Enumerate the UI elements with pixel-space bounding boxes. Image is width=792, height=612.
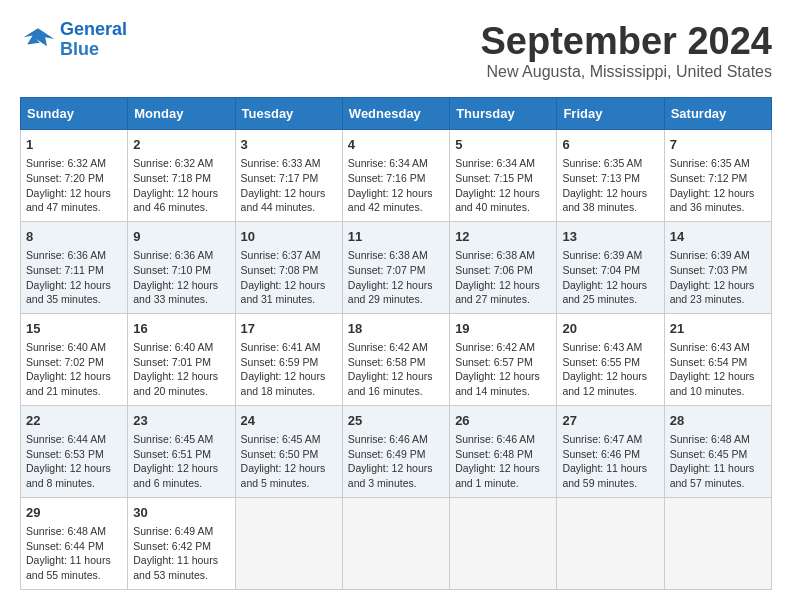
table-row: 5Sunrise: 6:34 AMSunset: 7:15 PMDaylight… <box>450 130 557 222</box>
header: General Blue September 2024 New Augusta,… <box>20 20 772 81</box>
day-number: 24 <box>241 412 337 430</box>
sunset-text: Sunset: 6:42 PM <box>133 540 211 552</box>
table-row: 10Sunrise: 6:37 AMSunset: 7:08 PMDayligh… <box>235 221 342 313</box>
sunset-text: Sunset: 7:03 PM <box>670 264 748 276</box>
sunset-text: Sunset: 6:45 PM <box>670 448 748 460</box>
sunset-text: Sunset: 7:01 PM <box>133 356 211 368</box>
daylight-label: Daylight: 12 hours and 25 minutes. <box>562 279 647 306</box>
col-tuesday: Tuesday <box>235 98 342 130</box>
daylight-label: Daylight: 11 hours and 53 minutes. <box>133 554 218 581</box>
sunrise-text: Sunrise: 6:39 AM <box>562 249 642 261</box>
table-row: 7Sunrise: 6:35 AMSunset: 7:12 PMDaylight… <box>664 130 771 222</box>
sunrise-text: Sunrise: 6:45 AM <box>133 433 213 445</box>
sunrise-text: Sunrise: 6:39 AM <box>670 249 750 261</box>
daylight-label: Daylight: 12 hours and 40 minutes. <box>455 187 540 214</box>
sunset-text: Sunset: 7:06 PM <box>455 264 533 276</box>
col-friday: Friday <box>557 98 664 130</box>
col-sunday: Sunday <box>21 98 128 130</box>
daylight-label: Daylight: 12 hours and 23 minutes. <box>670 279 755 306</box>
col-monday: Monday <box>128 98 235 130</box>
day-number: 8 <box>26 228 122 246</box>
day-number: 3 <box>241 136 337 154</box>
sunset-text: Sunset: 7:07 PM <box>348 264 426 276</box>
calendar-week-row: 29Sunrise: 6:48 AMSunset: 6:44 PMDayligh… <box>21 497 772 589</box>
day-number: 1 <box>26 136 122 154</box>
sunset-text: Sunset: 6:46 PM <box>562 448 640 460</box>
sunset-text: Sunset: 7:18 PM <box>133 172 211 184</box>
sunrise-text: Sunrise: 6:34 AM <box>348 157 428 169</box>
table-row: 9Sunrise: 6:36 AMSunset: 7:10 PMDaylight… <box>128 221 235 313</box>
day-number: 21 <box>670 320 766 338</box>
table-row: 3Sunrise: 6:33 AMSunset: 7:17 PMDaylight… <box>235 130 342 222</box>
sunrise-text: Sunrise: 6:37 AM <box>241 249 321 261</box>
table-row: 18Sunrise: 6:42 AMSunset: 6:58 PMDayligh… <box>342 313 449 405</box>
col-thursday: Thursday <box>450 98 557 130</box>
day-number: 27 <box>562 412 658 430</box>
day-number: 5 <box>455 136 551 154</box>
sunset-text: Sunset: 6:44 PM <box>26 540 104 552</box>
logo-line1: General <box>60 19 127 39</box>
sunset-text: Sunset: 6:48 PM <box>455 448 533 460</box>
table-row: 4Sunrise: 6:34 AMSunset: 7:16 PMDaylight… <box>342 130 449 222</box>
daylight-label: Daylight: 12 hours and 1 minute. <box>455 462 540 489</box>
sunrise-text: Sunrise: 6:42 AM <box>348 341 428 353</box>
calendar-table: Sunday Monday Tuesday Wednesday Thursday… <box>20 97 772 590</box>
sunset-text: Sunset: 6:54 PM <box>670 356 748 368</box>
logo-icon <box>20 26 56 54</box>
table-row <box>450 497 557 589</box>
calendar-week-row: 1Sunrise: 6:32 AMSunset: 7:20 PMDaylight… <box>21 130 772 222</box>
table-row: 6Sunrise: 6:35 AMSunset: 7:13 PMDaylight… <box>557 130 664 222</box>
sunrise-text: Sunrise: 6:48 AM <box>670 433 750 445</box>
table-row: 24Sunrise: 6:45 AMSunset: 6:50 PMDayligh… <box>235 405 342 497</box>
sunrise-text: Sunrise: 6:38 AM <box>455 249 535 261</box>
sunrise-text: Sunrise: 6:40 AM <box>133 341 213 353</box>
sunrise-text: Sunrise: 6:43 AM <box>670 341 750 353</box>
day-number: 7 <box>670 136 766 154</box>
sunset-text: Sunset: 6:55 PM <box>562 356 640 368</box>
table-row: 28Sunrise: 6:48 AMSunset: 6:45 PMDayligh… <box>664 405 771 497</box>
month-title: September 2024 <box>481 20 773 63</box>
sunset-text: Sunset: 6:50 PM <box>241 448 319 460</box>
table-row: 19Sunrise: 6:42 AMSunset: 6:57 PMDayligh… <box>450 313 557 405</box>
sunrise-text: Sunrise: 6:40 AM <box>26 341 106 353</box>
day-number: 10 <box>241 228 337 246</box>
col-saturday: Saturday <box>664 98 771 130</box>
daylight-label: Daylight: 12 hours and 46 minutes. <box>133 187 218 214</box>
table-row: 23Sunrise: 6:45 AMSunset: 6:51 PMDayligh… <box>128 405 235 497</box>
sunset-text: Sunset: 7:15 PM <box>455 172 533 184</box>
col-wednesday: Wednesday <box>342 98 449 130</box>
day-number: 15 <box>26 320 122 338</box>
day-number: 16 <box>133 320 229 338</box>
sunset-text: Sunset: 6:51 PM <box>133 448 211 460</box>
table-row: 21Sunrise: 6:43 AMSunset: 6:54 PMDayligh… <box>664 313 771 405</box>
sunrise-text: Sunrise: 6:34 AM <box>455 157 535 169</box>
daylight-label: Daylight: 12 hours and 10 minutes. <box>670 370 755 397</box>
sunrise-text: Sunrise: 6:46 AM <box>455 433 535 445</box>
table-row: 2Sunrise: 6:32 AMSunset: 7:18 PMDaylight… <box>128 130 235 222</box>
table-row: 14Sunrise: 6:39 AMSunset: 7:03 PMDayligh… <box>664 221 771 313</box>
table-row: 26Sunrise: 6:46 AMSunset: 6:48 PMDayligh… <box>450 405 557 497</box>
sunrise-text: Sunrise: 6:49 AM <box>133 525 213 537</box>
sunrise-text: Sunrise: 6:47 AM <box>562 433 642 445</box>
sunrise-text: Sunrise: 6:36 AM <box>133 249 213 261</box>
day-number: 14 <box>670 228 766 246</box>
day-number: 4 <box>348 136 444 154</box>
daylight-label: Daylight: 12 hours and 5 minutes. <box>241 462 326 489</box>
day-number: 22 <box>26 412 122 430</box>
sunset-text: Sunset: 7:02 PM <box>26 356 104 368</box>
day-number: 20 <box>562 320 658 338</box>
table-row: 12Sunrise: 6:38 AMSunset: 7:06 PMDayligh… <box>450 221 557 313</box>
sunrise-text: Sunrise: 6:36 AM <box>26 249 106 261</box>
table-row: 1Sunrise: 6:32 AMSunset: 7:20 PMDaylight… <box>21 130 128 222</box>
title-section: September 2024 New Augusta, Mississippi,… <box>481 20 773 81</box>
day-number: 6 <box>562 136 658 154</box>
daylight-label: Daylight: 12 hours and 20 minutes. <box>133 370 218 397</box>
daylight-label: Daylight: 12 hours and 14 minutes. <box>455 370 540 397</box>
calendar-week-row: 8Sunrise: 6:36 AMSunset: 7:11 PMDaylight… <box>21 221 772 313</box>
daylight-label: Daylight: 12 hours and 35 minutes. <box>26 279 111 306</box>
day-number: 23 <box>133 412 229 430</box>
sunrise-text: Sunrise: 6:41 AM <box>241 341 321 353</box>
daylight-label: Daylight: 12 hours and 47 minutes. <box>26 187 111 214</box>
daylight-label: Daylight: 11 hours and 55 minutes. <box>26 554 111 581</box>
day-number: 9 <box>133 228 229 246</box>
